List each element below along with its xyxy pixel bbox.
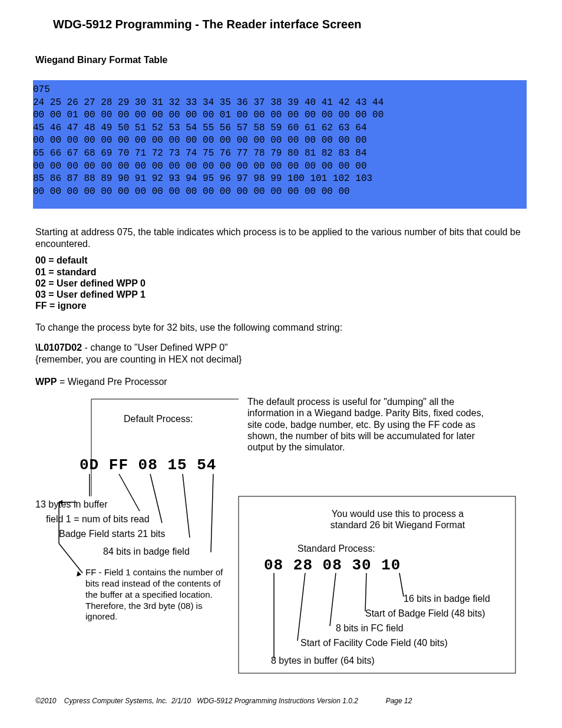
hex-line: 00 00 00 00 00 00 00 00 00 00 00 00 00 0… <box>33 161 367 172</box>
std-use-text: You would use this to process a standard… <box>312 508 483 531</box>
legend-item: FF = ignore <box>35 300 527 311</box>
wpp-abbrev: WPP <box>35 377 57 387</box>
wpp-expansion: = Wiegand Pre Processor <box>57 377 167 387</box>
label-16-bits-badge: 16 bits in badge field <box>404 594 490 604</box>
hex-line: 24 25 26 27 28 29 30 31 32 33 34 35 36 3… <box>33 97 384 108</box>
svg-line-16 <box>365 573 366 611</box>
label-84-bits: 84 bits in badge field <box>103 546 190 557</box>
svg-line-15 <box>330 573 336 626</box>
legend-item: 03 = User defined WPP 1 <box>35 289 527 300</box>
hex-line: 45 46 47 48 49 50 51 52 53 54 55 56 57 5… <box>33 123 367 133</box>
svg-line-5 <box>183 474 190 538</box>
hex-line: 65 66 67 68 69 70 71 72 73 74 75 76 77 7… <box>33 148 367 159</box>
svg-line-17 <box>399 573 404 597</box>
legend-block: 00 = default 01 = standard 02 = User def… <box>35 255 527 311</box>
hex-line: 00 00 01 00 00 00 00 00 00 00 00 01 00 0… <box>33 110 384 120</box>
hex-line: 00 00 00 00 00 00 00 00 00 00 00 00 00 0… <box>33 186 350 197</box>
label-field1: field 1 = num of bits read <box>46 514 150 525</box>
section-subtitle: Wiegand Binary Format Table <box>35 55 527 65</box>
standard-process-bytes: 08 28 08 30 10 <box>264 556 401 574</box>
svg-line-4 <box>150 474 162 523</box>
intro-paragraph: Starting at address 075, the table indic… <box>35 226 527 250</box>
svg-marker-11 <box>77 571 81 577</box>
svg-line-14 <box>297 573 305 641</box>
command-string: \L0107D02 <box>35 342 82 353</box>
label-13-bytes: 13 bytes in buffer <box>35 499 107 510</box>
svg-line-3 <box>119 474 140 511</box>
legend-item: 00 = default <box>35 255 527 266</box>
label-8-bytes-buffer: 8 bytes in buffer (64 bits) <box>271 655 375 666</box>
label-start-badge: Start of Badge Field (48 bits) <box>365 608 485 619</box>
svg-line-6 <box>211 474 213 552</box>
hex-line: 85 86 87 88 89 90 91 92 93 94 95 96 97 9… <box>33 173 372 184</box>
command-desc: - change to "User Defined WPP 0" <box>82 342 228 353</box>
diagram-area: Default Process: 0D FF 08 15 54 13 bytes… <box>35 396 527 679</box>
label-badge-start: Badge Field starts 21 bits <box>59 529 166 539</box>
change-paragraph: To change the process byte for 32 bits, … <box>35 322 527 334</box>
command-note: {remember, you are counting in HEX not d… <box>35 354 242 364</box>
legend-item: 01 = standard <box>35 266 527 278</box>
standard-process-title: Standard Process: <box>297 543 375 554</box>
hex-dump-block: 075 24 25 26 27 28 29 30 31 32 33 34 35 … <box>33 80 527 209</box>
ff-note: FF - Field 1 contains the number of bits… <box>85 567 230 622</box>
hex-line: 00 00 00 00 00 00 00 00 00 00 00 00 00 0… <box>33 135 367 146</box>
legend-item: 02 = User defined WPP 0 <box>35 278 527 289</box>
label-8-bits-fc: 8 bits in FC field <box>336 623 404 634</box>
default-process-bytes: 0D FF 08 15 54 <box>80 456 216 474</box>
right-intro-paragraph: The default process is useful for "dumpi… <box>247 396 498 453</box>
page-footer: ©2010 Cypress Computer Systems, Inc. 2/1… <box>35 697 527 705</box>
page-title: WDG-5912 Programming - The Reader interf… <box>53 18 527 31</box>
hex-addr: 075 <box>33 84 50 95</box>
label-start-fc: Start of Facility Code Field (40 bits) <box>300 638 448 648</box>
default-process-title: Default Process: <box>124 414 193 424</box>
svg-line-7 <box>59 543 82 573</box>
